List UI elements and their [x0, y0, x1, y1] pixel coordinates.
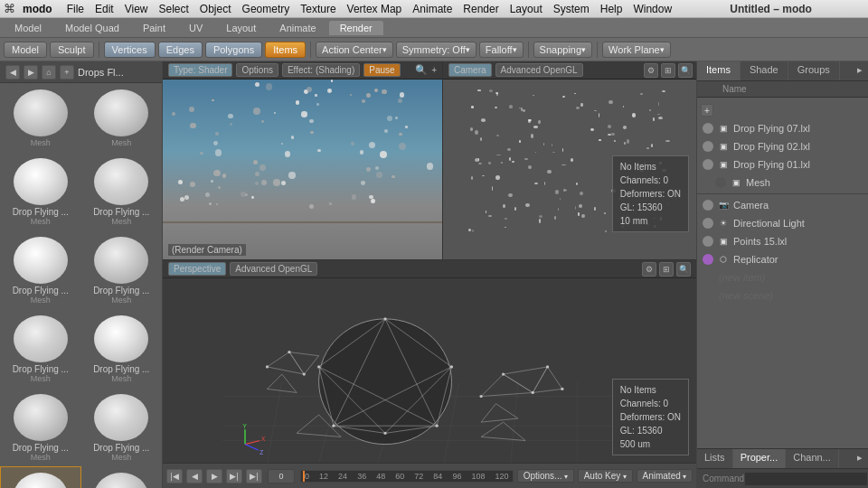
perspective-opengl[interactable]: Advanced OpenGL	[230, 262, 317, 276]
menu-select[interactable]: Select	[159, 3, 189, 15]
cam-btn-1[interactable]: ⚙	[644, 63, 658, 78]
scene-item-replicator[interactable]: ⬡ Replicator	[697, 250, 868, 268]
scene-item-mesh-sub[interactable]: ▣ Mesh	[697, 174, 868, 192]
snapping-dropdown[interactable]: Snapping	[533, 42, 593, 58]
eye-icon[interactable]	[715, 177, 726, 188]
list-item[interactable]: Drop Flying ... Mesh	[81, 388, 163, 466]
eye-icon[interactable]	[703, 236, 713, 247]
nav-forward-btn[interactable]: ▶	[24, 65, 38, 80]
menu-geometry[interactable]: Geometry	[242, 3, 290, 15]
camera-opengl-tag[interactable]: Advanced OpenGL	[495, 63, 583, 77]
component-items-btn[interactable]: Items	[265, 42, 306, 58]
action-center-dropdown[interactable]: Action Center	[316, 42, 393, 58]
tl-next-btn[interactable]: ▶|	[226, 469, 242, 483]
eye-icon[interactable]	[703, 123, 713, 134]
viewport-camera[interactable]: Camera Advanced OpenGL ⚙ ⊞ 🔍 No Items Ch…	[443, 61, 696, 259]
nav-back-btn[interactable]: ◀	[5, 65, 20, 80]
scene-item-drop01[interactable]: ▣ Drop Flying 01.lxl	[697, 155, 868, 174]
work-plane-dropdown[interactable]: Work Plane	[602, 42, 671, 58]
list-item[interactable]: Mesh	[81, 83, 163, 152]
menu-object[interactable]: Object	[200, 3, 231, 15]
scene-item-new-item[interactable]: (new item)	[697, 268, 868, 286]
rb-tab-more[interactable]: ▸	[852, 449, 868, 468]
scene-item-camera[interactable]: 📷 Camera	[697, 196, 868, 214]
tl-animated-dropdown[interactable]: Animated	[637, 469, 693, 483]
list-item[interactable]: Drop Flying ... Mesh	[81, 309, 163, 388]
tab-render[interactable]: Render	[329, 21, 383, 35]
apple-menu[interactable]: ⌘	[4, 2, 15, 15]
menu-help[interactable]: Help	[600, 3, 623, 15]
tl-to-end-btn[interactable]: ▶|	[246, 469, 262, 483]
mode-model-btn[interactable]: Model	[4, 42, 47, 58]
timeline-bar[interactable]: 0 12 24 36 48 60 72 84 96 108 120	[300, 470, 514, 483]
zoom-icon[interactable]: +	[431, 65, 437, 75]
tl-play-btn[interactable]: ▶	[206, 469, 222, 483]
menu-layout[interactable]: Layout	[510, 3, 542, 15]
scene-item-drop02[interactable]: ▣ Drop Flying 02.lxl	[697, 137, 868, 155]
tl-options-dropdown[interactable]: Options...	[517, 469, 574, 483]
effect-tag[interactable]: Effect: (Shading)	[282, 63, 360, 77]
nav-add-btn[interactable]: +	[60, 65, 74, 80]
component-polygons-btn[interactable]: Polygons	[205, 42, 262, 58]
right-tab-groups[interactable]: Groups	[788, 61, 840, 80]
list-item[interactable]: Drop Flying ... Mesh	[0, 309, 81, 388]
eye-icon[interactable]	[703, 200, 713, 211]
menu-texture[interactable]: Texture	[300, 3, 335, 15]
tab-animate[interactable]: Animate	[269, 21, 326, 35]
list-item[interactable]: Drop Flying ... Mesh	[0, 230, 81, 309]
menu-window[interactable]: Window	[633, 3, 672, 15]
scene-item-points15[interactable]: ▣ Points 15.lxl	[697, 232, 868, 250]
component-vertices-btn[interactable]: Vertices	[104, 42, 156, 58]
scene-item-new-scene[interactable]: (new scene)	[697, 286, 868, 305]
tl-auto-key-dropdown[interactable]: Auto Key	[578, 469, 633, 483]
rb-tab-properties[interactable]: Proper...	[733, 449, 787, 468]
menu-vertex-map[interactable]: Vertex Map	[347, 3, 402, 15]
list-item[interactable]: Drop Flying ... Mesh	[81, 152, 163, 230]
persp-btn-2[interactable]: ⊞	[659, 262, 674, 277]
menu-system[interactable]: System	[553, 3, 590, 15]
type-tag[interactable]: Type: Shader	[168, 63, 232, 77]
viewport-perspective[interactable]: Perspective Advanced OpenGL ⚙ ⊞ 🔍	[163, 260, 696, 488]
tab-model[interactable]: Model	[4, 21, 52, 35]
rb-tab-lists[interactable]: Lists	[697, 449, 733, 468]
right-tab-shade[interactable]: Shade	[741, 61, 788, 80]
rb-tab-channels[interactable]: Chann...	[786, 449, 839, 468]
eye-icon[interactable]	[703, 254, 713, 265]
menu-file[interactable]: File	[67, 3, 84, 15]
tab-model-quad[interactable]: Model Quad	[54, 21, 130, 35]
options-tag[interactable]: Options	[236, 63, 278, 77]
right-tab-more[interactable]: ▸	[852, 61, 868, 80]
menu-view[interactable]: View	[125, 3, 148, 15]
tl-to-start-btn[interactable]: |◀	[166, 469, 183, 483]
menu-animate[interactable]: Animate	[412, 3, 452, 15]
pause-btn[interactable]: Pause	[363, 63, 400, 77]
cam-btn-3[interactable]: 🔍	[678, 63, 693, 78]
app-name[interactable]: modo	[23, 3, 52, 15]
mode-sculpt-btn[interactable]: Sculpt	[50, 42, 94, 58]
persp-btn-1[interactable]: ⚙	[642, 262, 656, 277]
tab-paint[interactable]: Paint	[132, 21, 176, 35]
viewport-render[interactable]: Type: Shader Options Effect: (Shading) P…	[163, 61, 443, 259]
command-input[interactable]	[744, 472, 868, 486]
eye-icon[interactable]	[703, 141, 713, 152]
component-edges-btn[interactable]: Edges	[158, 42, 203, 58]
list-item[interactable]: Drop Flying ... Mesh	[0, 388, 81, 466]
list-item[interactable]: Drop Flying ... Mesh	[81, 230, 163, 309]
list-item[interactable]: Drop Flying ... Mesh	[0, 466, 81, 488]
persp-btn-3[interactable]: 🔍	[676, 262, 691, 277]
list-item[interactable]: Drop Flying ... Mesh	[0, 152, 81, 230]
list-item[interactable]: Mesh	[0, 83, 81, 152]
symmetry-dropdown[interactable]: Symmetry: Off	[396, 42, 476, 58]
tab-layout[interactable]: Layout	[215, 21, 267, 35]
eye-icon[interactable]	[703, 159, 713, 170]
camera-label-tag[interactable]: Camera	[448, 63, 492, 77]
scene-add-btn[interactable]: +	[701, 104, 713, 117]
eye-icon[interactable]	[703, 218, 713, 229]
list-item[interactable]: Drop Flying ... Mesh	[81, 466, 163, 488]
search-icon[interactable]: 🔍	[415, 64, 428, 76]
falloff-dropdown[interactable]: Falloff	[479, 42, 524, 58]
tl-prev-btn[interactable]: ◀	[186, 469, 203, 483]
menu-edit[interactable]: Edit	[95, 3, 114, 15]
tl-playhead[interactable]	[303, 471, 305, 482]
nav-home-btn[interactable]: ⌂	[42, 65, 56, 80]
